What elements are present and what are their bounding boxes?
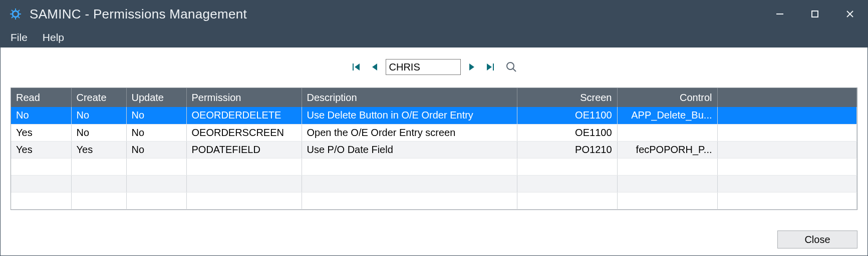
cell-empty [617, 192, 717, 209]
cell-read[interactable]: Yes [11, 141, 71, 158]
nav-first-button[interactable] [350, 60, 364, 74]
cell-permission[interactable]: PODATEFIELD [186, 141, 302, 158]
svg-line-8 [18, 10, 20, 12]
svg-marker-14 [355, 64, 360, 70]
search-button[interactable] [504, 60, 519, 74]
cell-empty [71, 175, 126, 192]
svg-rect-18 [493, 64, 494, 70]
svg-marker-15 [372, 64, 377, 70]
cell-create[interactable]: Yes [71, 141, 126, 158]
cell-permission[interactable]: OEORDERSCREEN [186, 124, 302, 141]
cell-create[interactable]: No [71, 107, 126, 124]
menu-bar: File Help [1, 28, 867, 48]
cell-control[interactable]: APP_Delete_Bu... [617, 107, 717, 124]
cell-empty [126, 175, 186, 192]
cell-read[interactable]: Yes [11, 124, 71, 141]
app-icon [10, 8, 22, 20]
cell-filler[interactable] [717, 141, 857, 158]
svg-marker-16 [469, 64, 474, 70]
svg-marker-17 [487, 64, 492, 70]
maximize-button[interactable] [797, 0, 832, 28]
svg-point-19 [507, 62, 514, 70]
col-header-description[interactable]: Description [302, 88, 517, 107]
cell-empty [186, 192, 302, 209]
cell-empty [186, 158, 302, 175]
cell-screen[interactable]: OE1100 [517, 124, 617, 141]
footer: Close [11, 230, 857, 248]
permissions-grid[interactable]: Read Create Update Permission Descriptio… [11, 88, 857, 210]
cell-filler[interactable] [717, 124, 857, 141]
cell-control[interactable]: fecPOPORH_P... [617, 141, 717, 158]
title-bar: SAMINC - Permissions Management [1, 0, 867, 28]
cell-empty [126, 158, 186, 175]
menu-help[interactable]: Help [43, 32, 64, 44]
cell-description[interactable]: Open the O/E Order Entry screen [302, 124, 517, 141]
cell-screen[interactable]: PO1210 [517, 141, 617, 158]
svg-rect-13 [353, 64, 354, 70]
nav-next-button[interactable] [465, 60, 479, 74]
cell-read[interactable]: No [11, 107, 71, 124]
cell-permission[interactable]: OEORDERDELETE [186, 107, 302, 124]
table-row[interactable]: YesYesNoPODATEFIELDUse P/O Date FieldPO1… [11, 141, 857, 158]
svg-line-5 [12, 10, 13, 12]
svg-line-6 [18, 16, 20, 18]
nav-prev-button[interactable] [368, 60, 382, 74]
svg-point-0 [13, 11, 19, 17]
cell-description[interactable]: Use P/O Date Field [302, 141, 517, 158]
close-button[interactable]: Close [777, 230, 857, 248]
svg-line-7 [12, 16, 13, 18]
col-header-update[interactable]: Update [126, 88, 186, 107]
menu-file[interactable]: File [11, 32, 28, 44]
cell-empty [71, 192, 126, 209]
cell-empty [186, 175, 302, 192]
cell-empty [717, 192, 857, 209]
col-header-permission[interactable]: Permission [186, 88, 302, 107]
record-navigator [11, 56, 857, 78]
col-header-control[interactable]: Control [617, 88, 717, 107]
cell-empty [517, 158, 617, 175]
cell-empty [302, 175, 517, 192]
cell-update[interactable]: No [126, 107, 186, 124]
cell-empty [517, 175, 617, 192]
cell-empty [302, 158, 517, 175]
close-window-button[interactable] [832, 0, 867, 28]
table-row [11, 158, 857, 175]
cell-empty [302, 192, 517, 209]
cell-update[interactable]: No [126, 141, 186, 158]
cell-empty [71, 158, 126, 175]
window-title: SAMINC - Permissions Management [30, 6, 762, 22]
cell-empty [126, 192, 186, 209]
table-row [11, 192, 857, 209]
cell-empty [717, 158, 857, 175]
table-row [11, 175, 857, 192]
cell-create[interactable]: No [71, 124, 126, 141]
nav-last-button[interactable] [483, 60, 497, 74]
content-area: Read Create Update Permission Descriptio… [1, 48, 867, 256]
col-header-read[interactable]: Read [11, 88, 71, 107]
cell-description[interactable]: Use Delete Button in O/E Order Entry [302, 107, 517, 124]
cell-empty [517, 192, 617, 209]
window-controls [762, 0, 867, 28]
col-header-create[interactable]: Create [71, 88, 126, 107]
cell-empty [11, 175, 71, 192]
table-row[interactable]: YesNoNoOEORDERSCREENOpen the O/E Order E… [11, 124, 857, 141]
cell-control[interactable] [617, 124, 717, 141]
cell-empty [617, 175, 717, 192]
cell-empty [617, 158, 717, 175]
cell-empty [11, 158, 71, 175]
svg-line-20 [513, 68, 516, 72]
svg-rect-10 [812, 11, 818, 17]
cell-screen[interactable]: OE1100 [517, 107, 617, 124]
cell-update[interactable]: No [126, 124, 186, 141]
cell-filler[interactable] [717, 107, 857, 124]
col-header-filler [717, 88, 857, 107]
cell-empty [11, 192, 71, 209]
col-header-screen[interactable]: Screen [517, 88, 617, 107]
table-row[interactable]: NoNoNoOEORDERDELETEUse Delete Button in … [11, 107, 857, 124]
cell-empty [717, 175, 857, 192]
nav-value-input[interactable] [386, 59, 461, 75]
minimize-button[interactable] [762, 0, 797, 28]
